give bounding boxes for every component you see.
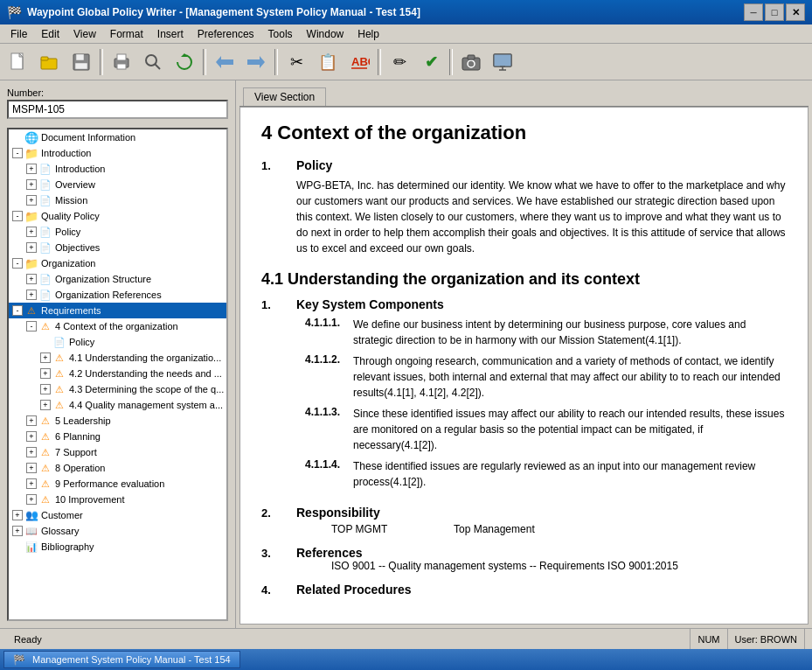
content-area[interactable]: 4 Context of the organization 1. Policy … bbox=[239, 107, 809, 625]
status-user: User: BROWN bbox=[728, 629, 806, 649]
maximize-button[interactable]: □ bbox=[765, 3, 784, 21]
tree-container[interactable]: 🌐Document Information-📁Introduction+📄Int… bbox=[7, 128, 228, 621]
tree-item-org-references[interactable]: +📄Organization References bbox=[9, 287, 226, 303]
tree-item-doc-info[interactable]: 🌐Document Information bbox=[9, 129, 226, 145]
tree-item-quality-policy-root[interactable]: -📁Quality Policy bbox=[9, 208, 226, 224]
toolbar-print[interactable] bbox=[107, 47, 136, 77]
menu-preferences[interactable]: Preferences bbox=[191, 26, 261, 42]
tree-expand-glossary[interactable]: + bbox=[12, 526, 23, 536]
menu-file[interactable]: File bbox=[3, 26, 34, 42]
tree-expand-req-43[interactable]: + bbox=[40, 384, 51, 394]
tree-item-glossary[interactable]: +📖Glossary bbox=[9, 523, 226, 539]
tree-item-req-44[interactable]: +⚠4.4 Quality management system a... bbox=[9, 397, 226, 413]
toolbar: ✂ 📋 ABC ✏ ✔ bbox=[0, 44, 812, 80]
tree-item-requirements[interactable]: -⚠Requirements bbox=[9, 303, 226, 318]
tree-item-overview[interactable]: +📄Overview bbox=[9, 177, 226, 192]
toolbar-check[interactable]: ✔ bbox=[416, 47, 446, 77]
sub-item: 4.1.1.3.Since these identified issues ma… bbox=[296, 406, 787, 453]
toolbar-open[interactable] bbox=[35, 47, 65, 77]
tree-item-context-section[interactable]: -⚠4 Context of the organization bbox=[9, 318, 226, 334]
tree-item-mission[interactable]: +📄Mission bbox=[9, 192, 226, 208]
tree-expand-organization-root[interactable]: - bbox=[12, 258, 23, 269]
menu-format[interactable]: Format bbox=[103, 26, 150, 42]
close-button[interactable]: ✕ bbox=[786, 3, 805, 21]
tree-item-req-42[interactable]: +⚠4.2 Understanding the needs and ... bbox=[9, 366, 226, 381]
tab-bar: View Section bbox=[239, 84, 809, 107]
toolbar-refresh[interactable] bbox=[170, 47, 199, 77]
tree-item-objectives[interactable]: +📄Objectives bbox=[9, 240, 226, 255]
toolbar-camera[interactable] bbox=[456, 47, 486, 77]
tree-expand-context-section[interactable]: - bbox=[26, 321, 37, 332]
section-2: 2. Responsibility TOP MGMT Top Managemen… bbox=[261, 506, 787, 535]
svg-rect-21 bbox=[468, 55, 475, 59]
tree-expand-policy[interactable]: + bbox=[26, 227, 37, 237]
tree-icon-customer: 👥 bbox=[24, 508, 38, 522]
tree-expand-leadership[interactable]: + bbox=[26, 415, 37, 426]
taskbar-app-btn[interactable]: 🏁 Management System Policy Manual - Test… bbox=[3, 651, 240, 668]
sub-item-num: 4.1.1.2. bbox=[305, 353, 353, 401]
tree-item-customer[interactable]: +👥Customer bbox=[9, 507, 226, 523]
tree-item-bibliography[interactable]: 📊Bibliography bbox=[9, 539, 226, 555]
toolbar-copy[interactable]: 📋 bbox=[313, 47, 343, 77]
tree-expand-planning[interactable]: + bbox=[26, 431, 37, 442]
tree-expand-quality-policy-root[interactable]: - bbox=[12, 211, 23, 221]
toolbar-forward[interactable] bbox=[241, 47, 271, 77]
tree-expand-introduction[interactable]: + bbox=[26, 164, 37, 174]
toolbar-pencil[interactable]: ✏ bbox=[385, 47, 414, 77]
toolbar-cut[interactable]: ✂ bbox=[281, 47, 311, 77]
tree-expand-requirements[interactable]: - bbox=[12, 305, 23, 316]
tree-label-bibliography: Bibliography bbox=[41, 541, 94, 552]
tree-expand-performance[interactable]: + bbox=[26, 478, 37, 489]
minimize-button[interactable]: ─ bbox=[744, 3, 763, 21]
tree-item-req-41[interactable]: +⚠4.1 Understanding the organizatio... bbox=[9, 350, 226, 366]
tree-item-leadership[interactable]: +⚠5 Leadership bbox=[9, 413, 226, 429]
tree-expand-improvement[interactable]: + bbox=[26, 494, 37, 505]
tree-item-introduction[interactable]: +📄Introduction bbox=[9, 161, 226, 177]
resp-row: TOP MGMT Top Management bbox=[331, 523, 535, 535]
tree-item-policy[interactable]: +📄Policy bbox=[9, 224, 226, 240]
tree-icon-req-44: ⚠ bbox=[52, 398, 66, 412]
toolbar-preview[interactable] bbox=[138, 47, 168, 77]
toolbar-spell[interactable]: ABC bbox=[344, 47, 374, 77]
tree-item-req-policy[interactable]: 📄Policy bbox=[9, 334, 226, 350]
tree-expand-objectives[interactable]: + bbox=[26, 242, 37, 253]
toolbar-back[interactable] bbox=[210, 47, 239, 77]
menu-help[interactable]: Help bbox=[350, 26, 386, 42]
view-section-tab[interactable]: View Section bbox=[243, 87, 326, 106]
tree-item-organization-root[interactable]: -📁Organization bbox=[9, 255, 226, 271]
menu-insert[interactable]: Insert bbox=[150, 26, 191, 42]
tree-label-req-43: 4.3 Determining the scope of the q... bbox=[69, 384, 224, 394]
tree-label-performance: 9 Performance evaluation bbox=[55, 478, 164, 489]
tree-item-improvement[interactable]: +⚠10 Improvement bbox=[9, 492, 226, 507]
tree-expand-overview[interactable]: + bbox=[26, 179, 37, 190]
tree-expand-req-41[interactable]: + bbox=[40, 352, 51, 363]
tree-icon-org-structure: 📄 bbox=[38, 272, 52, 286]
tree-expand-operation[interactable]: + bbox=[26, 463, 37, 473]
tree-expand-req-44[interactable]: + bbox=[40, 400, 51, 410]
tree-item-req-43[interactable]: +⚠4.3 Determining the scope of the q... bbox=[9, 381, 226, 397]
tree-icon-mission: 📄 bbox=[38, 193, 52, 207]
menu-view[interactable]: View bbox=[66, 26, 103, 42]
tree-expand-org-structure[interactable]: + bbox=[26, 274, 37, 284]
tree-expand-mission[interactable]: + bbox=[26, 195, 37, 206]
tree-item-introduction-root[interactable]: -📁Introduction bbox=[9, 145, 226, 161]
number-input[interactable] bbox=[7, 100, 228, 119]
tree-expand-support[interactable]: + bbox=[26, 447, 37, 457]
menu-window[interactable]: Window bbox=[300, 26, 351, 42]
tree-expand-req-42[interactable]: + bbox=[40, 368, 51, 379]
tree-expand-introduction-root[interactable]: - bbox=[12, 148, 23, 158]
tree-item-performance[interactable]: +⚠9 Performance evaluation bbox=[9, 476, 226, 492]
tree-item-support[interactable]: +⚠7 Support bbox=[9, 444, 226, 460]
menu-tools[interactable]: Tools bbox=[261, 26, 300, 42]
svg-rect-5 bbox=[76, 54, 84, 60]
tree-expand-org-references[interactable]: + bbox=[26, 290, 37, 300]
app-icon: 🏁 bbox=[7, 5, 22, 19]
tree-expand-customer[interactable]: + bbox=[12, 510, 23, 520]
toolbar-monitor[interactable] bbox=[488, 47, 517, 77]
tree-item-operation[interactable]: +⚠8 Operation bbox=[9, 460, 226, 476]
menu-edit[interactable]: Edit bbox=[34, 26, 66, 42]
toolbar-save[interactable] bbox=[66, 47, 96, 77]
toolbar-new[interactable] bbox=[3, 47, 33, 77]
tree-item-org-structure[interactable]: +📄Organization Structure bbox=[9, 271, 226, 287]
tree-item-planning[interactable]: +⚠6 Planning bbox=[9, 429, 226, 444]
